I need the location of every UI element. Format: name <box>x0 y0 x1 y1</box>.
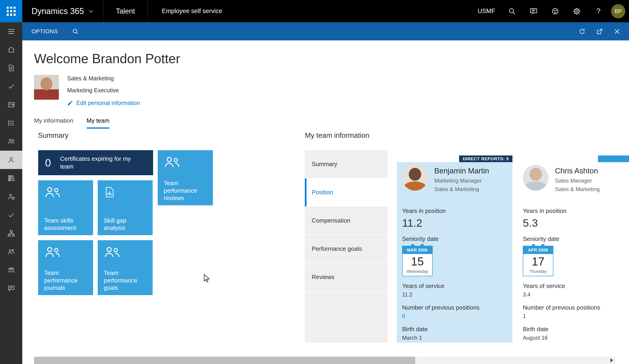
employee-card-chris-ashton[interactable]: Chris Ashton Sales Manager Sales & Marke… <box>517 156 629 343</box>
scrollbar-thumb[interactable] <box>34 357 415 364</box>
page-name: Employee self service <box>148 0 237 22</box>
sidebar-item-groups[interactable] <box>0 261 22 279</box>
edit-personal-information-link[interactable]: Edit personal information <box>67 100 140 106</box>
employee-department: Sales & Marketing <box>434 186 489 192</box>
birth-date-value: August 16 <box>523 335 629 341</box>
certificate-card-icon <box>7 100 15 109</box>
profile-tabs: My information My team <box>34 117 109 129</box>
smiley-button[interactable] <box>544 0 566 22</box>
page-content: Welcome Brandon Potter Sales & Marketing… <box>22 40 629 364</box>
sidebar-item-people[interactable] <box>0 243 22 261</box>
sidebar-item-organization[interactable] <box>0 224 22 243</box>
refresh-button[interactable] <box>573 22 591 40</box>
calendar-weekday: Wednesday <box>403 269 432 276</box>
expand-navigation-button[interactable] <box>0 22 22 40</box>
tab-my-information[interactable]: My information <box>34 117 73 129</box>
team-nav-compensation[interactable]: Compensation <box>305 207 388 235</box>
seniority-date-calendar: APR 2008 17 Thursday <box>523 246 553 276</box>
employee-avatar <box>402 165 428 191</box>
file-tasks-icon <box>7 64 15 72</box>
sidebar-item-approvals[interactable] <box>0 77 22 95</box>
app-window: Dynamics 365 Talent Employee self servic… <box>0 0 629 364</box>
seniority-date-calendar: MAR 2006 15 Wednesday <box>402 246 433 276</box>
tile-team-skills-assessment[interactable]: Team skills assessment <box>38 180 93 235</box>
app-launcher-button[interactable] <box>0 0 22 22</box>
sidebar-item-certificates[interactable] <box>0 95 22 114</box>
horizontal-scrollbar[interactable] <box>34 357 615 364</box>
tile-team-performance-journals[interactable]: Team performance journals <box>38 240 93 295</box>
sidebar-item-team[interactable] <box>0 132 22 151</box>
tile-team-performance-reviews[interactable]: Team performance reviews <box>158 150 213 205</box>
tile-label: Team performance journals <box>44 269 89 291</box>
checkmark-icon <box>7 82 15 91</box>
sidebar-item-home[interactable] <box>0 40 22 59</box>
help-button[interactable]: ? <box>588 0 609 22</box>
waffle-icon <box>7 7 16 16</box>
open-in-new-window-button[interactable] <box>591 22 608 40</box>
people-group-icon <box>7 266 15 274</box>
search-icon <box>508 7 516 15</box>
previous-positions-value[interactable]: 0 <box>402 313 507 319</box>
tile-certificates-expiring[interactable]: 0 Certificates expiring for my team <box>38 150 153 175</box>
options-menu-button[interactable]: OPTIONS <box>22 28 67 35</box>
employee-job: Marketing Manager <box>434 178 489 184</box>
previous-positions-label: Number of previous positions <box>402 304 507 311</box>
user-avatar[interactable]: BP <box>611 4 625 18</box>
gear-icon <box>573 7 581 15</box>
tile-skill-gap-analysis[interactable]: Skill gap analysis <box>98 180 153 235</box>
app-name-menu[interactable]: Dynamics 365 <box>22 0 103 22</box>
search-icon <box>72 28 79 35</box>
org-sitemap-icon <box>7 229 15 237</box>
team-information-heading: My team information <box>305 131 369 140</box>
command-bar: OPTIONS <box>22 22 629 40</box>
team-nav-reviews[interactable]: Reviews <box>305 263 388 291</box>
tab-my-team[interactable]: My team <box>87 117 110 129</box>
employee-avatar <box>523 165 549 191</box>
profile-department: Sales & Marketing <box>67 75 140 82</box>
team-nav-performance-goals[interactable]: Performance goals <box>305 235 388 263</box>
team-nav-position[interactable]: Position <box>305 179 388 207</box>
tile-label: Skill gap analysis <box>104 217 149 232</box>
commandbar-search-button[interactable] <box>67 22 84 40</box>
checkmark-alt-icon <box>7 211 15 219</box>
company-selector[interactable]: USMF <box>478 7 495 15</box>
person-icon <box>7 156 15 164</box>
sidebar-item-reviews[interactable] <box>0 206 22 224</box>
team-nav-summary[interactable]: Summary <box>305 150 388 179</box>
sidebar-item-employee-self-service[interactable] <box>0 151 22 169</box>
chat-bubble-icon <box>7 284 15 293</box>
people-icon <box>164 156 180 168</box>
tile-label: Team skills assessment <box>44 217 89 232</box>
smiley-icon <box>551 7 559 15</box>
sidebar-item-list[interactable] <box>0 114 22 132</box>
seniority-date-label: Seniority date <box>402 235 507 243</box>
left-navigation-rail <box>0 22 22 364</box>
calendar-month: MAR 2006 <box>403 246 432 254</box>
sidebar-item-personnel[interactable] <box>0 187 22 206</box>
sidebar-item-tasks[interactable] <box>0 59 22 77</box>
refresh-icon <box>578 28 586 35</box>
employee-card-benjamin-martin[interactable]: DIRECT REPORTS: 5 Benjamin Martin Market… <box>397 156 512 343</box>
close-button[interactable] <box>608 22 626 40</box>
sidebar-item-courses[interactable] <box>0 169 22 187</box>
summary-heading: Summary <box>38 131 68 140</box>
tile-team-performance-goals[interactable]: Team performance goals <box>98 240 153 295</box>
feedback-button[interactable] <box>523 0 544 22</box>
close-icon <box>613 28 621 35</box>
message-icon <box>529 7 538 15</box>
list-icon <box>7 119 15 127</box>
birth-date-value: March 1 <box>402 335 507 341</box>
calendar-binder-tabs <box>523 244 553 246</box>
badge-bar <box>598 156 629 162</box>
search-button[interactable] <box>501 0 523 22</box>
scroll-right-arrow[interactable] <box>610 358 613 363</box>
profile-photo <box>34 75 59 100</box>
sidebar-item-feedback[interactable] <box>0 279 22 298</box>
settings-button[interactable] <box>566 0 588 22</box>
chevron-down-icon <box>89 9 94 14</box>
previous-positions-value: 1 <box>523 313 629 319</box>
module-name[interactable]: Talent <box>103 0 147 22</box>
people-pair-icon <box>7 137 15 146</box>
people-icon <box>104 246 120 258</box>
years-of-service-label: Years of service <box>523 282 629 290</box>
